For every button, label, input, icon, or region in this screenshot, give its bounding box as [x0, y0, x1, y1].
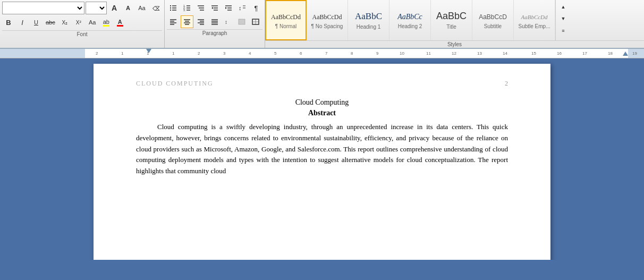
justify-btn[interactable]	[208, 15, 221, 28]
change-case2-btn[interactable]: Aa	[86, 16, 99, 29]
doc-abstract-title: Abstract	[136, 109, 508, 117]
styles-section: AaBbCcDd ¶ Normal AaBbCcDd ¶ No Spacing …	[265, 0, 644, 48]
style-nospacing-preview: AaBbCcDd	[312, 12, 342, 21]
document-page: CLOUD COMPUTING 2 Cloud Computing Abstra…	[94, 64, 550, 260]
style-title[interactable]: AaBbC Title	[431, 0, 472, 40]
align-left-btn[interactable]	[167, 15, 180, 28]
style-normal-preview: AaBbCcDd	[271, 12, 301, 21]
paragraph-section: 1.2.3. ↕ ¶	[165, 0, 265, 48]
font-label: Font	[2, 30, 162, 38]
svg-rect-4	[170, 5, 171, 6]
show-marks-btn[interactable]: ¶	[250, 2, 262, 14]
styles-label: Styles	[265, 40, 644, 48]
style-heading1-label: Heading 1	[357, 24, 381, 30]
font-section: Times New Roman 12 A A Aa ⌫ B I U abc X₂…	[0, 0, 165, 48]
paragraph-label: Paragraph	[167, 29, 262, 37]
style-nospacing-label: ¶ No Spacing	[311, 23, 343, 29]
font-color-btn[interactable]: A	[114, 15, 126, 29]
doc-title: Cloud Computing	[136, 98, 508, 107]
svg-rect-44	[239, 19, 245, 24]
style-title-preview: AaBbC	[436, 11, 467, 22]
subscript-btn[interactable]: X₂	[58, 16, 71, 29]
page-header: CLOUD COMPUTING 2	[136, 80, 508, 88]
decrease-indent-btn[interactable]	[208, 2, 221, 14]
svg-rect-5	[170, 7, 171, 9]
document-area: CLOUD COMPUTING 2 Cloud Computing Abstra…	[0, 58, 644, 260]
style-normal-label: ¶ Normal	[275, 23, 296, 29]
change-case-btn[interactable]: Aa	[135, 2, 148, 14]
italic-btn[interactable]: I	[16, 16, 29, 29]
style-subtle-label: Subtle Emp...	[518, 23, 550, 29]
numbering-btn[interactable]: 1.2.3.	[181, 2, 193, 14]
style-subtle[interactable]: AaBbCcDd Subtle Emp...	[514, 0, 555, 40]
font-size-select[interactable]: 12	[86, 2, 107, 14]
font-color-wrap: A	[114, 15, 126, 29]
styles-more[interactable]: ≡	[557, 24, 570, 37]
bullets-btn[interactable]	[167, 2, 180, 14]
style-heading1-preview: AaBbC	[355, 11, 382, 22]
bold-btn[interactable]: B	[2, 16, 15, 29]
underline-btn[interactable]: U	[30, 16, 43, 29]
style-heading2-label: Heading 2	[398, 23, 422, 29]
strikethrough-btn[interactable]: abc	[44, 16, 57, 29]
style-subtitle-label: Subtitle	[484, 23, 502, 29]
styles-scroll: ▲ ▼ ≡	[555, 0, 571, 40]
style-subtitle[interactable]: AaBbCcD Subtitle	[472, 0, 514, 40]
font-face-select[interactable]: Times New Roman	[2, 2, 84, 14]
superscript-btn[interactable]: X²	[72, 16, 85, 29]
svg-marker-23	[225, 7, 227, 9]
font-shrink-btn[interactable]: A	[122, 2, 134, 14]
font-grow-btn[interactable]: A	[108, 2, 121, 14]
sort-btn[interactable]: ↕	[236, 2, 249, 14]
style-normal[interactable]: AaBbCcDd ¶ Normal	[265, 0, 307, 40]
borders-btn[interactable]	[250, 15, 262, 28]
styles-scroll-down[interactable]: ▼	[557, 13, 570, 24]
shading-btn[interactable]	[236, 15, 249, 28]
svg-text:3.: 3.	[183, 9, 185, 12]
multilevel-btn[interactable]	[194, 2, 207, 14]
page-header-title: CLOUD COMPUTING	[136, 80, 214, 88]
style-heading2[interactable]: AaBbCc Heading 2	[389, 0, 431, 40]
align-center-btn[interactable]	[181, 15, 193, 28]
highlight-btn-wrap: ab	[100, 15, 113, 29]
svg-text:⌫: ⌫	[152, 5, 159, 12]
doc-body[interactable]: Cloud computing is a swiftly developing …	[136, 122, 508, 177]
styles-scroll-up[interactable]: ▲	[557, 1, 570, 13]
align-right-btn[interactable]	[194, 15, 207, 28]
highlight-btn[interactable]: ab	[100, 15, 113, 29]
line-spacing-btn[interactable]: ↕	[222, 15, 235, 28]
page-number: 2	[505, 80, 508, 88]
style-nospacing[interactable]: AaBbCcDd ¶ No Spacing	[307, 0, 348, 40]
ruler: 2 1 1 1 2 3 4 5 6 7 8 9 10 11 12 13 14 1…	[0, 49, 644, 58]
clear-format-btn[interactable]: ⌫	[149, 2, 162, 14]
ribbon: Times New Roman 12 A A Aa ⌫ B I U abc X₂…	[0, 0, 644, 49]
svg-text:↕: ↕	[225, 19, 227, 25]
style-subtitle-preview: AaBbCcD	[479, 12, 507, 21]
style-heading1[interactable]: AaBbC Heading 1	[348, 0, 389, 40]
style-subtle-preview: AaBbCcDd	[521, 12, 547, 21]
increase-indent-btn[interactable]	[222, 2, 235, 14]
style-title-label: Title	[446, 24, 456, 30]
style-heading2-preview: AaBbCc	[397, 12, 422, 21]
svg-text:↕: ↕	[239, 5, 242, 11]
svg-rect-6	[170, 10, 171, 11]
svg-marker-19	[211, 7, 213, 9]
